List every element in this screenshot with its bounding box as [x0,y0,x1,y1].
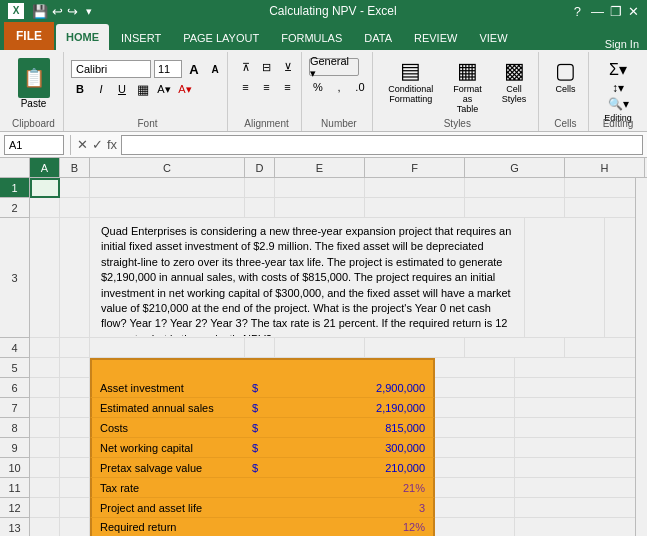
bold-button[interactable]: B [71,80,89,98]
row-header-3[interactable]: 3 [0,218,29,338]
row-header-10[interactable]: 10 [0,458,29,478]
col-header-a[interactable]: A [30,158,60,177]
percent-button[interactable]: % [309,78,327,96]
cell-c4[interactable] [90,338,245,358]
close-button[interactable]: ✕ [628,4,639,19]
paste-button[interactable]: 📋 Paste [16,56,52,111]
row-header-5[interactable]: 5 [0,358,29,378]
cell-b3[interactable] [60,218,90,338]
cell-a8[interactable] [30,418,60,438]
cell-c3-merged[interactable]: Quad Enterprises is considering a new th… [90,218,525,338]
confirm-icon[interactable]: ✓ [92,137,103,152]
cell-e2[interactable] [275,198,365,218]
cell-b10[interactable] [60,458,90,478]
cell-h11[interactable] [435,478,515,498]
cell-f2[interactable] [365,198,465,218]
cell-a9[interactable] [30,438,60,458]
conditional-formatting-button[interactable]: ▤ ConditionalFormatting [380,56,441,108]
cell-h7[interactable] [435,398,515,418]
quick-access-redo[interactable]: ↪ [67,4,78,19]
cell-d2[interactable] [245,198,275,218]
tab-formulas[interactable]: FORMULAS [271,26,352,50]
cell-a7[interactable] [30,398,60,418]
cell-g4[interactable] [465,338,565,358]
row-header-8[interactable]: 8 [0,418,29,438]
cell-h9[interactable] [435,438,515,458]
cell-g1[interactable] [465,178,565,198]
editing-button[interactable]: Σ▾ ↕▾ 🔍▾ Editing [598,56,638,127]
cell-h8[interactable] [435,418,515,438]
cell-h5[interactable] [435,358,515,378]
cell-reference-box[interactable]: A1 [4,135,64,155]
center-align-button[interactable]: ≡ [258,78,276,96]
orange-cell-13[interactable]: Required return12% [90,518,435,536]
row-header-9[interactable]: 9 [0,438,29,458]
cell-styles-button[interactable]: ▩ CellStyles [494,56,535,108]
cell-a12[interactable] [30,498,60,518]
cell-a13[interactable] [30,518,60,536]
cell-a4[interactable] [30,338,60,358]
col-header-d[interactable]: D [245,158,275,177]
cell-h4[interactable] [565,338,635,358]
cell-f4[interactable] [365,338,465,358]
sign-in[interactable]: Sign In [605,38,647,50]
orange-box-start[interactable] [90,358,435,378]
cell-d4[interactable] [245,338,275,358]
quick-access-save[interactable]: 💾 [32,4,48,19]
font-size-box[interactable]: 11 [154,60,182,78]
cell-b13[interactable] [60,518,90,536]
cell-b6[interactable] [60,378,90,398]
tab-page-layout[interactable]: PAGE LAYOUT [173,26,269,50]
number-format-dropdown[interactable]: General ▾ [309,58,359,76]
cell-h12[interactable] [435,498,515,518]
tab-insert[interactable]: INSERT [111,26,171,50]
orange-cell-6[interactable]: Asset investment$2,900,000 [90,378,435,398]
row-header-6[interactable]: 6 [0,378,29,398]
row-header-13[interactable]: 13 [0,518,29,536]
cancel-icon[interactable]: ✕ [77,137,88,152]
cell-h1[interactable] [565,178,635,198]
cell-b11[interactable] [60,478,90,498]
minimize-button[interactable]: — [591,4,604,19]
orange-cell-8[interactable]: Costs$815,000 [90,418,435,438]
cell-b2[interactable] [60,198,90,218]
file-tab[interactable]: FILE [4,22,54,50]
cell-h3[interactable] [525,218,605,338]
col-header-b[interactable]: B [60,158,90,177]
cell-d1[interactable] [245,178,275,198]
decrease-decimal-button[interactable]: .0 [351,78,369,96]
tab-data[interactable]: DATA [354,26,402,50]
cell-c1[interactable] [90,178,245,198]
restore-button[interactable]: ❐ [610,4,622,19]
fill-color-button[interactable]: A▾ [155,80,173,98]
cell-b4[interactable] [60,338,90,358]
right-align-button[interactable]: ≡ [279,78,297,96]
col-header-c[interactable]: C [90,158,245,177]
row-header-1[interactable]: 1 [0,178,29,198]
comma-button[interactable]: , [330,78,348,96]
cell-h10[interactable] [435,458,515,478]
orange-cell-10[interactable]: Pretax salvage value$210,000 [90,458,435,478]
middle-align-button[interactable]: ⊟ [258,58,276,76]
cell-b1[interactable] [60,178,90,198]
tab-home[interactable]: HOME [56,24,109,50]
row-header-2[interactable]: 2 [0,198,29,218]
bottom-align-button[interactable]: ⊻ [279,58,297,76]
orange-cell-7[interactable]: Estimated annual sales$2,190,000 [90,398,435,418]
row-header-7[interactable]: 7 [0,398,29,418]
italic-button[interactable]: I [92,80,110,98]
orange-cell-11[interactable]: Tax rate21% [90,478,435,498]
cell-a5[interactable] [30,358,60,378]
left-align-button[interactable]: ≡ [237,78,255,96]
cell-f1[interactable] [365,178,465,198]
row-header-12[interactable]: 12 [0,498,29,518]
cell-b8[interactable] [60,418,90,438]
row-header-11[interactable]: 11 [0,478,29,498]
cell-a1[interactable] [30,178,60,198]
help-button[interactable]: ? [574,4,581,19]
top-align-button[interactable]: ⊼ [237,58,255,76]
shrink-font-button[interactable]: A [206,60,224,78]
cell-a11[interactable] [30,478,60,498]
col-header-h[interactable]: H [565,158,645,177]
underline-button[interactable]: U [113,80,131,98]
